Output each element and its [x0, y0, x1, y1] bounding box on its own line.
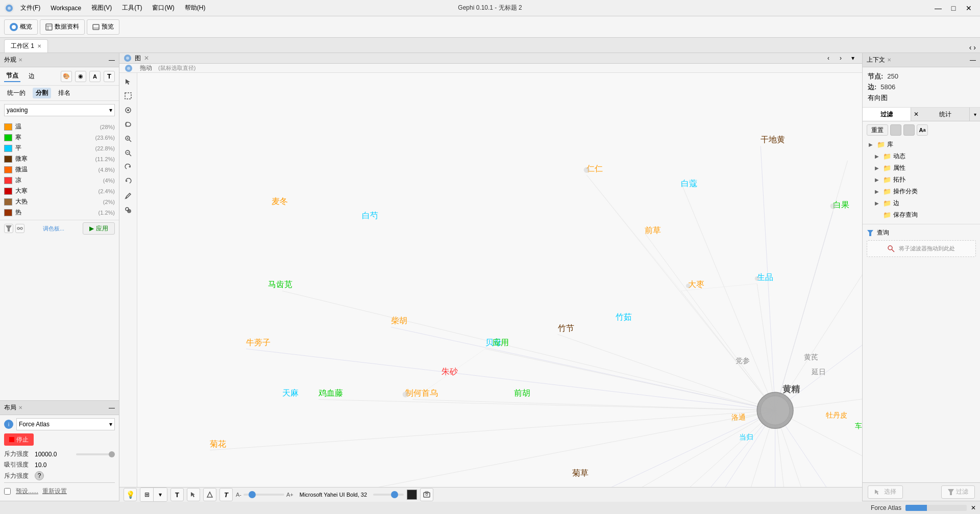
rotate-btn[interactable]: [121, 161, 135, 174]
select-tool-btn[interactable]: [121, 75, 135, 88]
layout-info-button[interactable]: i: [4, 420, 13, 429]
filter-text-btn[interactable]: Aa: [917, 124, 928, 136]
arrow-select-btn[interactable]: [187, 488, 200, 501]
apply-button[interactable]: ▶ 应用: [83, 222, 115, 235]
color-swatch: [4, 198, 12, 205]
extra-param-help-button[interactable]: ?: [35, 471, 44, 480]
edge-tab[interactable]: 边: [27, 71, 37, 82]
close-button[interactable]: ✕: [962, 3, 976, 14]
tree-item-attributes[interactable]: ▶ 📁 属性: [867, 162, 976, 174]
filter-icon-btn2[interactable]: [4, 224, 13, 233]
unified-tab[interactable]: 统一的: [4, 88, 29, 98]
menu-window[interactable]: 窗口(W): [147, 2, 179, 14]
zoom-out-btn[interactable]: [121, 146, 135, 160]
text-t-icon-btn[interactable]: T: [104, 71, 115, 82]
font-size-track-2[interactable]: [373, 494, 404, 496]
graph-nav-expand[interactable]: ▾: [848, 53, 858, 63]
tab-next-button[interactable]: ›: [973, 43, 976, 52]
node-tab[interactable]: 节点: [4, 70, 20, 82]
menu-workspace[interactable]: Workspace: [45, 3, 86, 14]
color-partition-item[interactable]: 微寒 (11.2%): [4, 153, 115, 164]
text-a-icon-btn[interactable]: A: [89, 71, 101, 82]
light-bulb-btn[interactable]: 💡: [124, 488, 137, 501]
stats-tab-expand[interactable]: ▾: [970, 108, 980, 121]
save-screenshot-btn[interactable]: [420, 488, 433, 501]
graph-nav-prev[interactable]: ‹: [823, 53, 834, 63]
query-drop-area[interactable]: 将子滤波器拖动到此处: [867, 240, 976, 257]
circle-icon-btn[interactable]: ◉: [75, 71, 86, 82]
font-size-thumb-2[interactable]: [391, 491, 398, 498]
reset-link[interactable]: 重新设置: [42, 487, 67, 496]
color-partition-item[interactable]: 凉 (4%): [4, 175, 115, 186]
tree-item-save-query[interactable]: 📁 保存查询: [867, 209, 976, 221]
font-size-thumb[interactable]: [249, 491, 256, 498]
color-partition-item[interactable]: 大寒 (2.4%): [4, 186, 115, 196]
font-size-track[interactable]: [243, 494, 284, 496]
minimize-button[interactable]: —: [931, 3, 945, 14]
link-icon-btn[interactable]: [15, 224, 24, 233]
nodes-value: 250: [887, 71, 898, 82]
preview-icon: [92, 23, 100, 31]
workspace-tab[interactable]: 工作区 1 ✕: [4, 39, 48, 53]
menu-help[interactable]: 帮助(H): [180, 2, 211, 14]
rect-select-btn[interactable]: [121, 89, 135, 102]
preset-link[interactable]: 预设......: [16, 487, 38, 496]
edit-pen-btn[interactable]: [121, 189, 135, 202]
appearance-minimize-button[interactable]: —: [109, 57, 115, 64]
partition-tab[interactable]: 分割: [33, 88, 51, 98]
color-partition-item[interactable]: 微温 (4.8%): [4, 164, 115, 175]
maximize-button[interactable]: □: [946, 3, 961, 14]
undo-btn[interactable]: [121, 175, 135, 188]
filter-tab-close[interactable]: ✕: [911, 108, 921, 121]
tab-prev-button[interactable]: ‹: [969, 43, 972, 52]
tree-item-edge[interactable]: ▶ 📁 边: [867, 197, 976, 209]
filter-tab[interactable]: 过滤: [863, 108, 911, 121]
filter-reset-button[interactable]: 重置: [867, 124, 888, 136]
layout-algorithm-dropdown[interactable]: Force Atlas ▾: [16, 418, 115, 430]
stats-tab[interactable]: 统计: [921, 108, 970, 121]
edge-toggle-btn[interactable]: [203, 488, 216, 501]
filter-gray-btn-1[interactable]: [890, 124, 901, 136]
context-minimize-button[interactable]: —: [970, 57, 976, 64]
label-size-btn[interactable]: T: [219, 488, 233, 501]
grid-view-btn[interactable]: ⊞: [140, 488, 154, 501]
select-button[interactable]: 选择: [868, 485, 903, 499]
menu-tools[interactable]: 工具(T): [117, 2, 147, 14]
overview-button[interactable]: 概览: [4, 19, 38, 35]
tab-close-icon[interactable]: ✕: [37, 43, 41, 49]
menu-view[interactable]: 视图(V): [86, 2, 117, 14]
preview-button[interactable]: 预览: [87, 19, 119, 35]
tree-item-op-category[interactable]: ▶ 📁 操作分类: [867, 186, 976, 197]
font-color-box[interactable]: [407, 490, 417, 500]
menu-file[interactable]: 文件(F): [15, 2, 45, 14]
tree-item-library[interactable]: ▶ 📁 库: [867, 139, 976, 150]
brush-btn[interactable]: [121, 104, 135, 117]
lasso-btn[interactable]: [121, 118, 135, 131]
text-label-btn[interactable]: T: [170, 488, 184, 501]
palette-link[interactable]: 调色板...: [43, 225, 64, 233]
status-close-btn[interactable]: ✕: [971, 504, 976, 511]
color-partition-item[interactable]: 平 (22.8%): [4, 143, 115, 153]
layout-minimize-button[interactable]: —: [109, 404, 115, 412]
filter-gray-btn-2[interactable]: [903, 124, 915, 136]
magnify-btn[interactable]: [121, 132, 135, 145]
attraction-label: 吸引强度: [4, 460, 35, 469]
data-button[interactable]: 数据资料: [40, 19, 85, 35]
color-partition-item[interactable]: 热 (1.2%): [4, 207, 115, 218]
rank-tab[interactable]: 排名: [55, 88, 74, 98]
color-partition-item[interactable]: 大热 (2%): [4, 196, 115, 207]
graph-canvas[interactable]: 仁仁 白果 制何首乌 大枣 生品 芡实 竹茹 马齿苋 豨莶草 石斛 越橘草 开斋…: [137, 73, 862, 487]
list-view-btn[interactable]: ▾: [154, 488, 167, 501]
graph-nav-next[interactable]: ›: [836, 53, 846, 63]
color-partition-item[interactable]: 寒 (23.6%): [4, 132, 115, 143]
graph-close-icon[interactable]: ✕: [144, 55, 149, 62]
color-icon-btn[interactable]: 🎨: [61, 71, 72, 82]
tree-item-dynamic[interactable]: ▶ 📁 动态: [867, 150, 976, 162]
color-partition-item[interactable]: 温 (28%): [4, 121, 115, 132]
tree-item-topology[interactable]: ▶ 📁 拓扑: [867, 174, 976, 186]
stop-layout-button[interactable]: 停止: [4, 433, 34, 446]
preset-checkbox[interactable]: [4, 488, 11, 495]
node-add-btn[interactable]: [121, 203, 135, 217]
filter-button[interactable]: 过滤: [941, 485, 975, 499]
partition-dropdown[interactable]: yaoxing ▾: [4, 104, 115, 116]
